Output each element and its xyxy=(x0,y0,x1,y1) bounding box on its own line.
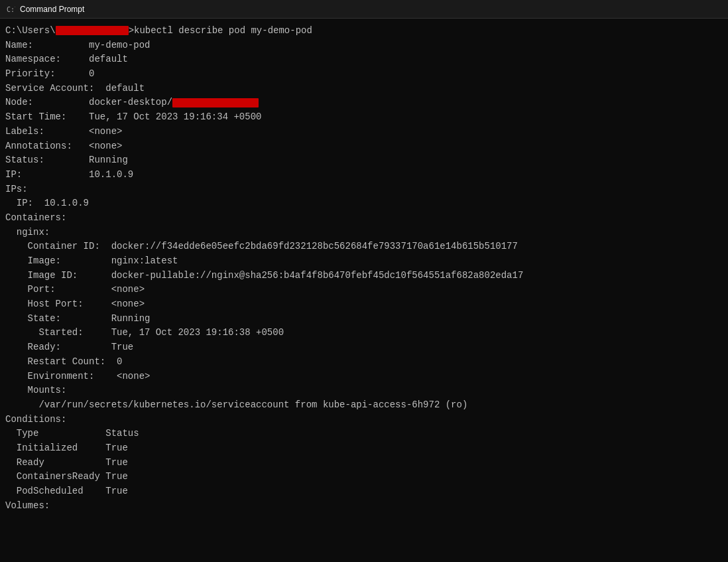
port-line: Port: <none> xyxy=(5,283,725,297)
redacted-node-ip xyxy=(172,98,259,107)
redacted-username xyxy=(56,26,129,35)
start-time-line: Start Time: Tue, 17 Oct 2023 19:16:34 +0… xyxy=(5,110,725,125)
state-line: State: Running xyxy=(5,312,725,326)
ip-detail-line: IP: 10.1.0.9 xyxy=(5,196,725,211)
nginx-header: nginx: xyxy=(5,226,725,240)
conditions-columns: Type Status xyxy=(5,427,725,441)
ready-line: Ready: True xyxy=(5,340,725,355)
ip-line: IP: 10.1.0.9 xyxy=(5,168,725,182)
terminal-body: C:\Users\ >kubectl describe pod my-demo-… xyxy=(0,19,728,562)
started-line: Started: Tue, 17 Oct 2023 19:16:38 +0500 xyxy=(5,326,725,340)
containers-ready-line: ContainersReady True xyxy=(5,470,725,484)
container-id-line: Container ID: docker://f34edde6e05eefc2b… xyxy=(5,240,725,254)
pod-scheduled-line: PodScheduled True xyxy=(5,484,725,499)
ips-header-line: IPs: xyxy=(5,182,725,197)
namespace-line: Namespace: default xyxy=(5,52,725,67)
environment-line: Environment: <none> xyxy=(5,370,725,384)
initialized-line: Initialized True xyxy=(5,441,725,456)
svg-text:C:\: C:\ xyxy=(7,6,15,13)
restart-count-line: Restart Count: 0 xyxy=(5,355,725,370)
ready-condition-line: Ready True xyxy=(5,456,725,470)
title-bar: C:\ Command Prompt xyxy=(0,0,728,19)
labels-line: Labels: <none> xyxy=(5,125,725,139)
cmd-icon: C:\ xyxy=(5,4,16,15)
name-line: Name: my-demo-pod xyxy=(5,38,725,53)
node-line: Node: docker-desktop/ xyxy=(5,96,725,110)
image-line: Image: nginx:latest xyxy=(5,254,725,269)
command-line: C:\Users\ >kubectl describe pod my-demo-… xyxy=(5,24,725,38)
mounts-header: Mounts: xyxy=(5,384,725,398)
containers-header: Containers: xyxy=(5,211,725,226)
priority-line: Priority: 0 xyxy=(5,67,725,82)
conditions-header: Conditions: xyxy=(5,413,725,427)
mounts-detail: /var/run/secrets/kubernetes.io/serviceac… xyxy=(5,398,725,413)
host-port-line: Host Port: <none> xyxy=(5,297,725,312)
kubectl-command: >kubectl describe pod my-demo-pod xyxy=(129,25,312,36)
image-id-line: Image ID: docker-pullable://nginx@sha256… xyxy=(5,269,725,283)
window-title: Command Prompt xyxy=(20,5,84,14)
service-account-line: Service Account: default xyxy=(5,82,725,96)
status-line: Status: Running xyxy=(5,153,725,168)
prompt-text: C:\Users\ xyxy=(5,25,56,36)
annotations-line: Annotations: <none> xyxy=(5,139,725,154)
volumes-header: Volumes: xyxy=(5,499,725,514)
